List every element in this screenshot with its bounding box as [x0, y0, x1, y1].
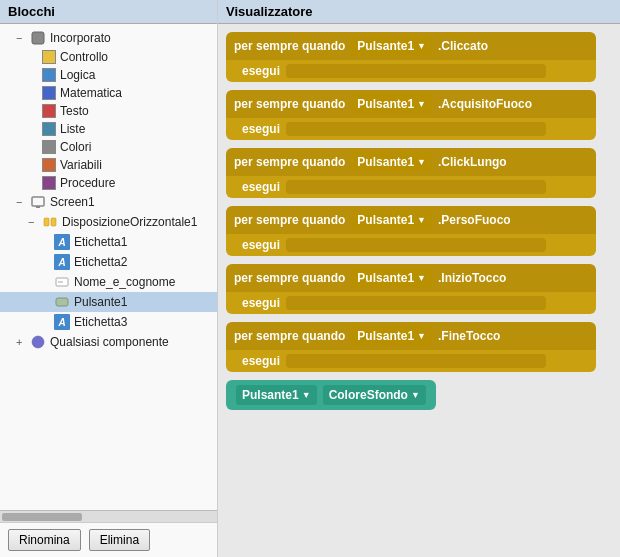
tree-disposizione[interactable]: − DisposizioneOrizzontale1 [0, 212, 217, 232]
etichetta3-icon: A [54, 314, 70, 330]
bottom-dropdown1[interactable]: Pulsante1 ▼ [236, 385, 317, 405]
left-panel-header: Blocchi [0, 0, 217, 24]
block5-top-text: per sempre quando [234, 271, 345, 285]
testo-color [42, 104, 56, 118]
qualsiasi-icon [30, 334, 46, 350]
main-container: Blocchi − Incorporato Controllo Logica [0, 0, 620, 557]
etichetta1-icon: A [54, 234, 70, 250]
svg-rect-1 [32, 197, 44, 206]
tree-matematica[interactable]: Matematica [0, 84, 217, 102]
tree-variabili[interactable]: Variabili [0, 156, 217, 174]
bottom-dropdown2[interactable]: ColoreSfondo ▼ [323, 385, 426, 405]
block4-dot-text: .PersoFuoco [438, 213, 511, 227]
colori-color [42, 140, 56, 154]
etichetta2-icon: A [54, 254, 70, 270]
tree-etichetta2[interactable]: A Etichetta2 [0, 252, 217, 272]
left-panel: Blocchi − Incorporato Controllo Logica [0, 0, 218, 557]
tree-nome[interactable]: Nome_e_cognome [0, 272, 217, 292]
block-group-2: per sempre quando Pulsante1 ▼ .Acquisito… [226, 90, 612, 140]
controllo-color [42, 50, 56, 64]
block2-dropdown1[interactable]: Pulsante1 ▼ [351, 94, 432, 114]
block2-dot-text: .AcquisitoFuoco [438, 97, 532, 111]
block4-top-text: per sempre quando [234, 213, 345, 227]
bottom-dropdown2-arrow: ▼ [411, 390, 420, 400]
tree-logica[interactable]: Logica [0, 66, 217, 84]
block5-dot-text: .InizioTocco [438, 271, 506, 285]
colori-label: Colori [60, 140, 91, 154]
svg-rect-3 [44, 218, 49, 226]
etichetta2-label: Etichetta2 [74, 255, 127, 269]
matematica-label: Matematica [60, 86, 122, 100]
horizontal-scrollbar[interactable] [0, 510, 217, 522]
scrollbar-thumb[interactable] [2, 513, 82, 521]
block4-bottom-text: esegui [242, 238, 280, 252]
block3-dropdown1[interactable]: Pulsante1 ▼ [351, 152, 432, 172]
block3-dot-text: .ClickLungo [438, 155, 507, 169]
block6-top-text: per sempre quando [234, 329, 345, 343]
right-panel: Visualizzatore per sempre quando Pulsant… [218, 0, 620, 557]
tree-screen1[interactable]: − Screen1 [0, 192, 217, 212]
toggle-disposizione[interactable]: − [28, 216, 42, 228]
block2-top-text: per sempre quando [234, 97, 345, 111]
matematica-color [42, 86, 56, 100]
dropdown4-arrow: ▼ [417, 215, 426, 225]
tree-testo[interactable]: Testo [0, 102, 217, 120]
variabili-color [42, 158, 56, 172]
disposizione-label: DisposizioneOrizzontale1 [62, 215, 197, 229]
tree-procedure[interactable]: Procedure [0, 174, 217, 192]
pulsante1-icon [54, 294, 70, 310]
liste-color [42, 122, 56, 136]
rename-button[interactable]: Rinomina [8, 529, 81, 551]
block2-bottom-text: esegui [242, 122, 280, 136]
tree-qualsiasi[interactable]: + Qualsiasi componente [0, 332, 217, 352]
dropdown5-arrow: ▼ [417, 273, 426, 283]
block4-dropdown1[interactable]: Pulsante1 ▼ [351, 210, 432, 230]
block-group-6: per sempre quando Pulsante1 ▼ .FineTocco… [226, 322, 612, 372]
block5-bottom-text: esegui [242, 296, 280, 310]
toggle-qualsiasi[interactable]: + [16, 336, 30, 348]
toggle-incorporato[interactable]: − [16, 32, 30, 44]
block1-dropdown1[interactable]: Pulsante1 ▼ [351, 36, 432, 56]
nome-icon [54, 274, 70, 290]
tree-etichetta1[interactable]: A Etichetta1 [0, 232, 217, 252]
screen1-icon [30, 194, 46, 210]
liste-label: Liste [60, 122, 85, 136]
block6-bottom-text: esegui [242, 354, 280, 368]
nome-label: Nome_e_cognome [74, 275, 175, 289]
logica-label: Logica [60, 68, 95, 82]
block-group-5: per sempre quando Pulsante1 ▼ .InizioToc… [226, 264, 612, 314]
controllo-label: Controllo [60, 50, 108, 64]
block5-dropdown1[interactable]: Pulsante1 ▼ [351, 268, 432, 288]
block1-dot-text: .Cliccato [438, 39, 488, 53]
tree-controllo[interactable]: Controllo [0, 48, 217, 66]
pulsante1-label: Pulsante1 [74, 295, 127, 309]
block6-dot-text: .FineTocco [438, 329, 500, 343]
block-group-3: per sempre quando Pulsante1 ▼ .ClickLung… [226, 148, 612, 198]
tree-colori[interactable]: Colori [0, 138, 217, 156]
procedure-label: Procedure [60, 176, 115, 190]
svg-point-8 [32, 336, 44, 348]
tree-etichetta3[interactable]: A Etichetta3 [0, 312, 217, 332]
bottom-buttons: Rinomina Elimina [0, 522, 217, 557]
block3-bottom-text: esegui [242, 180, 280, 194]
procedure-color [42, 176, 56, 190]
toggle-screen1[interactable]: − [16, 196, 30, 208]
dropdown3-arrow: ▼ [417, 157, 426, 167]
block3-top-text: per sempre quando [234, 155, 345, 169]
tree-container: − Incorporato Controllo Logica [0, 24, 217, 510]
variabili-label: Variabili [60, 158, 102, 172]
testo-label: Testo [60, 104, 89, 118]
block-group-4: per sempre quando Pulsante1 ▼ .PersoFuoc… [226, 206, 612, 256]
block6-dropdown1[interactable]: Pulsante1 ▼ [351, 326, 432, 346]
tree-incorporato[interactable]: − Incorporato [0, 28, 217, 48]
incorporato-icon [30, 30, 46, 46]
disposizione-icon [42, 214, 58, 230]
dropdown2-arrow: ▼ [417, 99, 426, 109]
tree-liste[interactable]: Liste [0, 120, 217, 138]
block1-bottom-text: esegui [242, 64, 280, 78]
bottom-dropdown1-arrow: ▼ [302, 390, 311, 400]
block-group-1: per sempre quando Pulsante1 ▼ .Cliccato … [226, 32, 612, 82]
svg-rect-2 [36, 206, 40, 208]
tree-pulsante1[interactable]: Pulsante1 [0, 292, 217, 312]
delete-button[interactable]: Elimina [89, 529, 150, 551]
